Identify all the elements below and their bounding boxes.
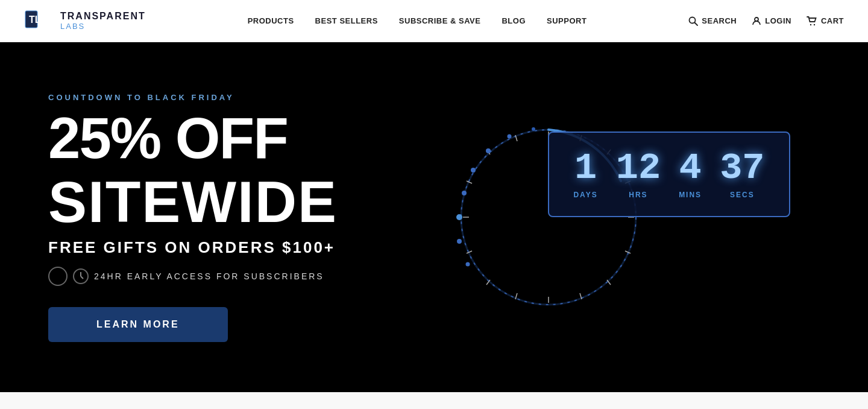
logo[interactable]: TL TRANSPARENT LABS [24,6,146,36]
nav-best-sellers[interactable]: BEST SELLERS [315,16,378,25]
svg-point-36 [466,262,470,267]
secs-unit: 37 SECS [720,150,764,199]
features-bar: Clinically Dosed Formulas No Artificial … [0,392,868,409]
svg-point-29 [456,214,462,220]
mins-unit: 4 MINS [679,150,702,199]
logo-icon: TL [24,6,54,36]
learn-more-button[interactable]: LEARN MORE [48,307,228,342]
user-icon [752,16,761,26]
svg-point-31 [471,168,476,173]
navbar: TL TRANSPARENT LABS PRODUCTS BEST SELLER… [0,0,868,42]
hours-label: HRS [629,191,647,199]
hero-title-line2: SITEWIDE [48,173,434,231]
nav-subscribe-save[interactable]: SUBSCRIBE & SAVE [399,16,481,25]
mins-label: MINS [679,191,702,199]
days-unit: 1 DAYS [573,150,597,199]
svg-point-32 [486,148,491,153]
hero-sub2: 24HR EARLY ACCESS FOR SUBSCRIBERS [48,267,434,286]
hero-content: COUNTDOWN TO BLACK FRIDAY 25% OFF SITEWI… [48,93,434,342]
days-label: DAYS [573,191,597,199]
nav-links: PRODUCTS BEST SELLERS SUBSCRIBE & SAVE B… [248,16,587,25]
nav-products[interactable]: PRODUCTS [248,16,294,25]
svg-text:TL: TL [29,14,41,25]
mins-value: 4 [679,150,702,187]
cart-action[interactable]: CART [807,16,844,26]
countdown-display: 1 DAYS 12 HRS 4 MINS 37 SECS [548,132,790,217]
cart-icon [807,16,817,26]
days-value: 1 [574,150,597,187]
clock-small-icon [72,268,89,285]
hero-subtitle: FREE GIFTS ON ORDERS $100+ [48,238,434,257]
svg-point-34 [532,127,535,131]
svg-point-6 [810,24,811,25]
hero-timer-area: 1 DAYS 12 HRS 4 MINS 37 SECS [434,174,820,260]
svg-point-5 [755,17,758,21]
svg-line-10 [81,276,83,279]
secs-label: SECS [730,191,755,199]
search-icon [688,16,698,26]
countdown-label: COUNTDOWN TO BLACK FRIDAY [48,93,434,102]
hours-unit: 12 HRS [616,150,661,199]
nav-support[interactable]: SUPPORT [547,16,587,25]
secs-value: 37 [720,150,764,187]
login-action[interactable]: LOGIN [752,16,791,26]
nav-blog[interactable]: BLOG [502,16,526,25]
svg-point-33 [508,135,512,139]
search-action[interactable]: SEARCH [688,16,737,26]
svg-point-35 [457,239,462,244]
svg-point-7 [814,24,815,25]
hero-title-line1: 25% OFF [48,109,434,167]
svg-point-30 [462,191,467,195]
logo-text: TRANSPARENT LABS [60,10,146,31]
nav-actions: SEARCH LOGIN CART [688,16,844,26]
svg-line-4 [695,22,698,25]
hours-value: 12 [616,150,661,187]
hero-section: COUNTDOWN TO BLACK FRIDAY 25% OFF SITEWI… [0,42,868,392]
